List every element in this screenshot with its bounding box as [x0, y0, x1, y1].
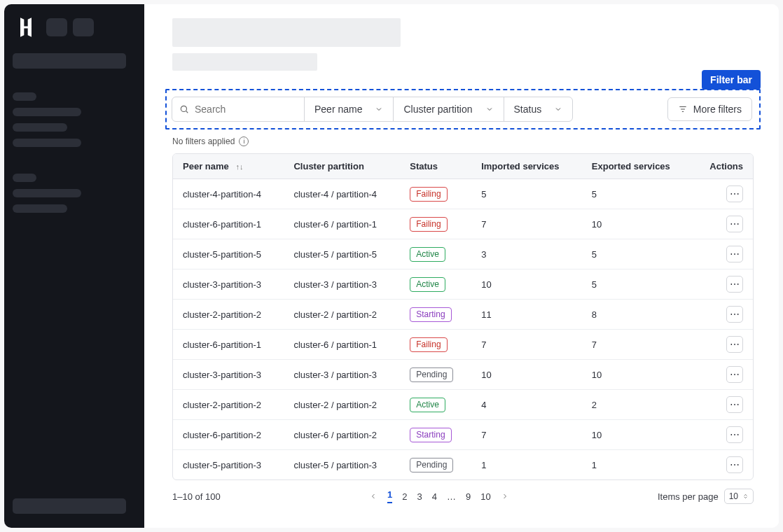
items-per-page-label: Items per page	[658, 491, 719, 502]
row-actions-button[interactable]: ⋯	[726, 276, 743, 293]
callout-label: Filter bar	[702, 70, 761, 90]
cell-exported: 7	[582, 330, 693, 360]
pager-prev[interactable]	[369, 492, 377, 500]
row-actions-button[interactable]: ⋯	[726, 336, 743, 353]
table-row: cluster-4-partition-4cluster-4 / partiti…	[173, 179, 753, 209]
status-badge: Failing	[410, 187, 447, 202]
filter-cluster-partition[interactable]: Cluster partition	[393, 97, 503, 121]
cell-actions: ⋯	[693, 179, 753, 209]
info-icon[interactable]: i	[239, 136, 249, 146]
sidebar	[4, 4, 144, 528]
cell-status: Active	[400, 270, 471, 300]
filter-label: Cluster partition	[403, 104, 472, 115]
hashicorp-logo-icon	[13, 14, 39, 41]
pager-page[interactable]: 4	[432, 491, 437, 502]
row-actions-button[interactable]: ⋯	[726, 456, 743, 473]
cell-status: Active	[400, 390, 471, 420]
row-actions-button[interactable]: ⋯	[726, 426, 743, 443]
col-peer-name[interactable]: Peer name ↑↓	[173, 154, 284, 179]
cell-peer-name: cluster-5-partition-3	[173, 450, 284, 480]
cell-actions: ⋯	[693, 360, 753, 390]
cell-status: Failing	[400, 209, 471, 239]
col-cluster-partition[interactable]: Cluster partition	[284, 154, 400, 179]
cell-status: Failing	[400, 330, 471, 360]
sidebar-skeleton	[13, 189, 81, 197]
cell-imported: 3	[471, 239, 582, 270]
pager-page[interactable]: 1	[387, 489, 392, 503]
cell-exported: 1	[582, 450, 693, 480]
pager-page[interactable]: 2	[402, 491, 407, 502]
more-filters-button[interactable]: More filters	[667, 97, 752, 121]
filter-icon	[678, 104, 688, 114]
status-badge: Starting	[410, 307, 451, 322]
row-actions-button[interactable]: ⋯	[726, 366, 743, 383]
pager-page[interactable]: 10	[480, 491, 490, 502]
pager: 1234…910	[369, 489, 509, 503]
no-filters-applied: No filters applied i	[172, 136, 754, 146]
row-actions-button[interactable]: ⋯	[726, 246, 743, 262]
cell-exported: 5	[582, 179, 693, 209]
cell-status: Active	[400, 239, 471, 270]
cell-actions: ⋯	[693, 390, 753, 420]
cell-cluster-partition: cluster-4 / partition-4	[284, 179, 400, 209]
table-row: cluster-2-partition-2cluster-2 / partiti…	[173, 390, 753, 420]
filter-status[interactable]: Status	[504, 97, 573, 121]
col-actions: Actions	[693, 154, 753, 179]
table-footer: 1–10 of 100 1234…910 Items per page 10	[172, 489, 754, 504]
table-row: cluster-3-partition-3cluster-3 / partiti…	[173, 270, 753, 300]
cell-peer-name: cluster-3-partition-3	[173, 270, 284, 300]
cell-cluster-partition: cluster-6 / partition-1	[284, 209, 400, 239]
pager-ellipsis: …	[447, 491, 456, 502]
cell-status: Starting	[400, 420, 471, 450]
title-skeleton	[172, 18, 401, 47]
svg-line-1	[186, 111, 188, 113]
sidebar-skeleton	[46, 18, 67, 36]
status-badge: Failing	[410, 337, 447, 352]
col-label: Peer name	[183, 161, 229, 172]
subtitle-skeleton	[172, 53, 317, 71]
cell-cluster-partition: cluster-3 / partition-3	[284, 360, 400, 390]
cell-peer-name: cluster-2-partition-2	[173, 300, 284, 330]
col-exported[interactable]: Exported services	[582, 154, 693, 179]
row-actions-button[interactable]: ⋯	[726, 216, 743, 232]
items-per-page-select[interactable]: 10	[724, 489, 754, 504]
cell-imported: 7	[471, 209, 582, 239]
main-content: Filter bar Peer name	[144, 4, 779, 528]
cell-imported: 5	[471, 179, 582, 209]
stepper-icon	[742, 492, 749, 500]
cell-actions: ⋯	[693, 420, 753, 450]
row-actions-button[interactable]: ⋯	[726, 396, 743, 413]
cell-exported: 2	[582, 390, 693, 420]
col-status[interactable]: Status	[400, 154, 471, 179]
pager-page[interactable]: 9	[466, 491, 471, 502]
sidebar-skeleton	[13, 123, 67, 132]
filter-peer-name[interactable]: Peer name	[304, 97, 393, 121]
status-badge: Active	[410, 277, 445, 292]
cell-cluster-partition: cluster-2 / partition-2	[284, 390, 400, 420]
cell-imported: 10	[471, 360, 582, 390]
cell-cluster-partition: cluster-6 / partition-1	[284, 330, 400, 360]
status-badge: Failing	[410, 217, 447, 232]
row-actions-button[interactable]: ⋯	[726, 306, 743, 323]
no-filters-text: No filters applied	[172, 136, 235, 146]
chevron-down-icon	[554, 105, 562, 113]
cell-imported: 4	[471, 390, 582, 420]
cell-exported: 10	[582, 209, 693, 239]
search-input-wrap[interactable]	[172, 97, 304, 121]
pager-page[interactable]: 3	[417, 491, 422, 502]
pager-next[interactable]	[501, 492, 509, 500]
col-imported[interactable]: Imported services	[471, 154, 582, 179]
cell-actions: ⋯	[693, 330, 753, 360]
sidebar-skeleton	[13, 139, 81, 147]
sidebar-skeleton	[13, 92, 36, 101]
filter-segmented-group: Peer name Cluster partition Status	[172, 97, 573, 122]
search-input[interactable]	[195, 104, 279, 115]
cell-cluster-partition: cluster-6 / partition-2	[284, 420, 400, 450]
table-row: cluster-2-partition-2cluster-2 / partiti…	[173, 300, 753, 330]
status-badge: Pending	[410, 458, 453, 472]
pagination-range: 1–10 of 100	[172, 491, 221, 502]
cell-cluster-partition: cluster-5 / partition-3	[284, 450, 400, 480]
cell-actions: ⋯	[693, 450, 753, 480]
row-actions-button[interactable]: ⋯	[726, 186, 743, 202]
cell-peer-name: cluster-2-partition-2	[173, 390, 284, 420]
